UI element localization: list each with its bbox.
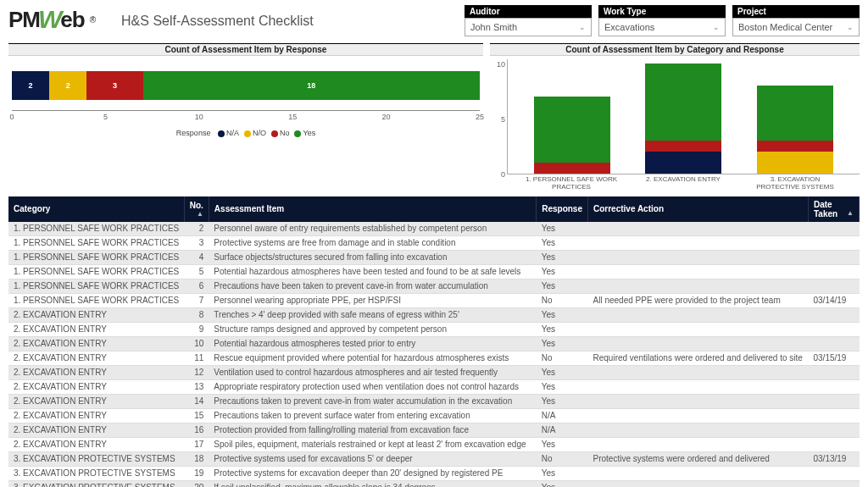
logo: PM W eb ® (8, 5, 96, 34)
chart1-tick: 5 (103, 113, 108, 121)
th-response[interactable]: Response (537, 196, 588, 222)
filter-auditor-select[interactable]: John Smith ⌄ (465, 18, 592, 36)
th-category[interactable]: Category (8, 196, 184, 222)
legend-swatch (218, 130, 225, 137)
legend-swatch (244, 130, 251, 137)
cell-resp: Yes (537, 307, 588, 322)
table-row[interactable]: 2. EXCAVATION ENTRY15Precautions taken t… (8, 408, 860, 423)
chart1-title: Count of Assessment Item by Response (8, 44, 483, 56)
chart2-segment (534, 163, 610, 174)
cell-resp: Yes (537, 336, 588, 351)
cell-no: 12 (184, 365, 209, 379)
table-row[interactable]: 2. EXCAVATION ENTRY13Appropriate respira… (8, 379, 860, 394)
table-row[interactable]: 2. EXCAVATION ENTRY14Precautions taken t… (8, 394, 860, 408)
table-row[interactable]: 2. EXCAVATION ENTRY12Ventilation used to… (8, 365, 860, 379)
cell-resp: Yes (537, 466, 588, 480)
header: PM W eb ® H&S Self-Assessment Checklist … (0, 0, 868, 40)
th-no[interactable]: No.▲ (184, 196, 209, 222)
table-row[interactable]: 3. EXCAVATION PROTECTIVE SYSTEMS18Protec… (8, 451, 860, 466)
cell-no: 11 (184, 351, 209, 365)
chart1-bar: 22318 (12, 71, 480, 100)
th-corrective[interactable]: Corrective Action (588, 196, 809, 222)
table-row[interactable]: 1. PERSONNEL SAFE WORK PRACTICES7Personn… (8, 293, 860, 307)
cell-item: Surface objects/structures secured from … (209, 250, 536, 264)
chart1-axis: 0510152025 (12, 110, 480, 127)
table-row[interactable]: 1. PERSONNEL SAFE WORK PRACTICES2Personn… (8, 222, 860, 236)
chevron-down-icon: ⌄ (847, 23, 854, 31)
chart1-tick: 15 (288, 113, 297, 121)
table-row[interactable]: 1. PERSONNEL SAFE WORK PRACTICES4Surface… (8, 250, 860, 264)
cell-no: 6 (184, 279, 209, 293)
cell-item: Precautions have been taken to prevent c… (209, 279, 536, 293)
chart-response-count: Count of Assessment Item by Response 223… (8, 43, 483, 191)
table-row[interactable]: 2. EXCAVATION ENTRY17Spoil piles, equipm… (8, 437, 860, 451)
charts-row: Count of Assessment Item by Response 223… (0, 43, 868, 191)
cell-corr (588, 379, 809, 394)
cell-no: 13 (184, 379, 209, 394)
cell-date (809, 365, 860, 379)
filter-project-value: Boston Medical Center (738, 22, 832, 32)
table-row[interactable]: 2. EXCAVATION ENTRY10Potential hazardous… (8, 336, 860, 351)
cell-resp: N/A (537, 423, 588, 437)
cell-date: 03/14/19 (809, 293, 860, 307)
chart2-segment (757, 152, 833, 174)
cell-resp: Yes (537, 394, 588, 408)
cell-corr (588, 322, 809, 336)
cell-resp: Yes (537, 279, 588, 293)
legend-label: Yes (303, 129, 315, 137)
cell-cat: 2. EXCAVATION ENTRY (8, 437, 184, 451)
cell-date (809, 423, 860, 437)
cell-item: Potential hazardous atmospheres have bee… (209, 264, 536, 279)
cell-item: Protection provided from falling/rolling… (209, 423, 536, 437)
cell-date (809, 279, 860, 293)
chart1-tick: 20 (382, 113, 391, 121)
cell-corr (588, 423, 809, 437)
filters: Auditor John Smith ⌄ Work Type Excavatio… (465, 5, 860, 36)
cell-resp: Yes (537, 222, 588, 236)
table-row[interactable]: 2. EXCAVATION ENTRY11Rescue equipment pr… (8, 351, 860, 365)
cell-corr (588, 480, 809, 487)
legend-swatch (271, 130, 278, 137)
th-date[interactable]: Date Taken▲ (809, 196, 860, 222)
cell-corr (588, 222, 809, 236)
cell-date: 03/15/19 (809, 351, 860, 365)
filter-project: Project Boston Medical Center ⌄ (732, 5, 860, 36)
chart2-title: Count of Assessment Item by Category and… (490, 44, 860, 56)
cell-date (809, 222, 860, 236)
table-row[interactable]: 2. EXCAVATION ENTRY9Structure ramps desi… (8, 322, 860, 336)
legend-label: No (280, 129, 290, 137)
cell-item: Protective systems used for excavations … (209, 451, 536, 466)
logo-part1: PM (8, 7, 40, 33)
cell-resp: No (537, 351, 588, 365)
table-header-row: Category No.▲ Assessment Item Response C… (8, 196, 860, 222)
th-item[interactable]: Assessment Item (209, 196, 536, 222)
cell-cat: 3. EXCAVATION PROTECTIVE SYSTEMS (8, 451, 184, 466)
chart2-ytick: 5 (501, 115, 505, 124)
filter-worktype-select[interactable]: Excavations ⌄ (598, 18, 726, 36)
table-row[interactable]: 1. PERSONNEL SAFE WORK PRACTICES5Potenti… (8, 264, 860, 279)
cell-date (809, 250, 860, 264)
cell-cat: 2. EXCAVATION ENTRY (8, 408, 184, 423)
cell-corr: Protective systems were ordered and deli… (588, 451, 809, 466)
legend-swatch (294, 130, 301, 137)
chart1-segment-yes: 18 (143, 71, 480, 100)
table-row[interactable]: 1. PERSONNEL SAFE WORK PRACTICES3Protect… (8, 235, 860, 250)
table-row[interactable]: 1. PERSONNEL SAFE WORK PRACTICES6Precaut… (8, 279, 860, 293)
table-row[interactable]: 2. EXCAVATION ENTRY8Trenches > 4' deep p… (8, 307, 860, 322)
table-row[interactable]: 3. EXCAVATION PROTECTIVE SYSTEMS19Protec… (8, 466, 860, 480)
cell-resp: Yes (537, 322, 588, 336)
filter-project-select[interactable]: Boston Medical Center ⌄ (732, 18, 860, 36)
cell-no: 4 (184, 250, 209, 264)
cell-resp: Yes (537, 250, 588, 264)
table-row[interactable]: 3. EXCAVATION PROTECTIVE SYSTEMS20If soi… (8, 480, 860, 487)
table-row[interactable]: 2. EXCAVATION ENTRY16Protection provided… (8, 423, 860, 437)
chart-category-response: Count of Assessment Item by Category and… (490, 43, 860, 191)
cell-resp: Yes (537, 480, 588, 487)
chart1-segment-n/o: 2 (49, 71, 86, 100)
cell-cat: 1. PERSONNEL SAFE WORK PRACTICES (8, 250, 184, 264)
cell-item: Appropriate respiratory protection used … (209, 379, 536, 394)
cell-cat: 3. EXCAVATION PROTECTIVE SYSTEMS (8, 480, 184, 487)
logo-w: W (38, 5, 62, 34)
cell-cat: 1. PERSONNEL SAFE WORK PRACTICES (8, 222, 184, 236)
logo-part2: eb (60, 7, 84, 33)
